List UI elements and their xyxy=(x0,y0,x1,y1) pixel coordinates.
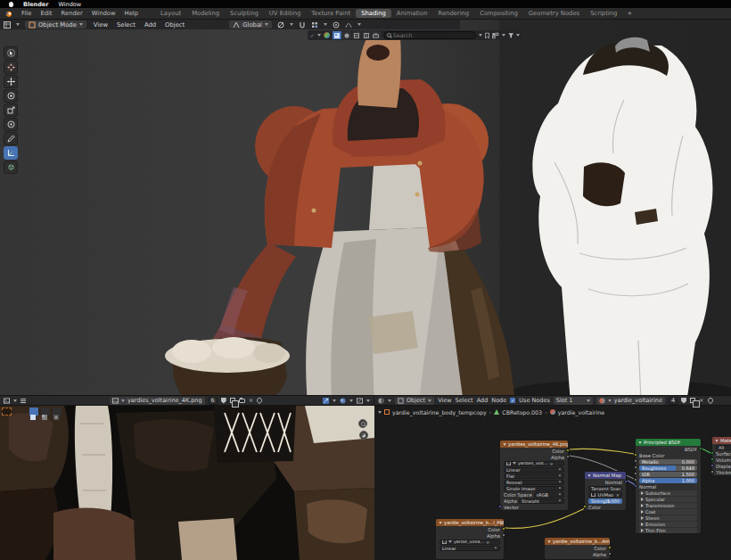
menu-window[interactable]: Window xyxy=(87,10,120,17)
socket-color-in[interactable] xyxy=(583,505,587,508)
use-nodes-checkbox[interactable]: ✓ xyxy=(510,398,515,403)
material-datablock-selector[interactable]: yardie_voltairine xyxy=(596,397,665,405)
pin-image-icon[interactable] xyxy=(256,397,263,404)
interpolation-select[interactable]: Linear xyxy=(504,467,564,473)
menu-help[interactable]: Help xyxy=(120,10,144,17)
menu-edit[interactable]: Edit xyxy=(36,10,56,17)
shader-menu-node[interactable]: Node xyxy=(491,397,506,404)
tab-scripting[interactable]: Scripting xyxy=(585,9,622,18)
image-datablock-selector[interactable]: yardies_voltairine_4K.png xyxy=(110,397,205,405)
display-mode-icon[interactable] xyxy=(492,32,498,39)
editor-type-icon[interactable] xyxy=(4,21,11,29)
tool-rotate[interactable] xyxy=(4,89,18,103)
node-material-output[interactable]: Materia All Surface Volume Displacement … xyxy=(711,436,731,476)
node-header[interactable]: yardie_voltairine_b...Ambient Occlusion xyxy=(545,538,610,545)
blender-logo-icon[interactable] xyxy=(4,10,12,18)
new-image-icon[interactable] xyxy=(230,398,235,403)
node-collapse-chevron[interactable] xyxy=(587,474,590,476)
socket-bsdf-out[interactable] xyxy=(699,447,702,450)
shader-menu-view[interactable]: View xyxy=(438,397,451,404)
tool-scale[interactable] xyxy=(4,103,18,117)
collapsed-menus-button[interactable] xyxy=(21,399,26,403)
pivot-chevron[interactable] xyxy=(290,23,293,26)
roughness-slider[interactable]: Roughness0.649 xyxy=(639,465,697,471)
source-select[interactable]: Single Image xyxy=(504,486,564,491)
zoom-gizmo[interactable] xyxy=(358,419,367,428)
socket-alpha-in[interactable] xyxy=(634,478,637,482)
socket-surface-in[interactable] xyxy=(710,451,714,455)
node-collapse-chevron[interactable] xyxy=(439,522,441,523)
uv-sync-icon[interactable] xyxy=(323,398,329,404)
shading-b-toggle[interactable] xyxy=(362,31,371,39)
ior-slider[interactable]: IOR1.500 xyxy=(639,472,697,477)
image-editor-type-icon[interactable] xyxy=(4,398,10,404)
node-header[interactable]: Normal Map xyxy=(585,472,626,479)
display-channel-chevron[interactable] xyxy=(349,399,353,402)
tab-modeling[interactable]: Modeling xyxy=(186,9,225,18)
viewport-menu-select[interactable]: Select xyxy=(115,21,137,29)
tab-layout[interactable]: Layout xyxy=(155,9,186,18)
tab-sculpting[interactable]: Sculpting xyxy=(225,9,264,18)
node-header[interactable]: Principled BSDF xyxy=(636,439,701,446)
space-select[interactable]: Tangent Space xyxy=(588,486,622,491)
falloff-chevron[interactable] xyxy=(357,23,361,26)
node-principled-bsdf[interactable]: Principled BSDF BSDF Base Color Metallic… xyxy=(635,438,702,534)
interpolation-select[interactable]: Linear xyxy=(439,546,500,551)
open-image-icon[interactable] xyxy=(239,399,245,403)
socket-alpha-out[interactable] xyxy=(566,455,570,458)
shader-editor-type-chevron[interactable] xyxy=(388,399,391,402)
socket-ior-in[interactable] xyxy=(634,472,637,475)
new-material-icon[interactable] xyxy=(690,398,695,403)
node-header[interactable]: Materia xyxy=(712,437,731,444)
node-collapse-chevron[interactable] xyxy=(715,440,718,441)
uv-sync-chevron[interactable] xyxy=(333,399,336,402)
projection-select[interactable]: Flat xyxy=(504,474,564,479)
check-chevron[interactable] xyxy=(317,34,321,37)
display-channel-icon[interactable] xyxy=(340,398,346,404)
viewport-menu-add[interactable]: Add xyxy=(143,21,158,29)
node-image-texture-ao[interactable]: yardie_voltairine_b...Ambient Occlusion … xyxy=(544,537,611,560)
printer-output-toggle[interactable] xyxy=(372,31,381,39)
texture-slot-thumbnail[interactable] xyxy=(2,408,12,416)
socket-alpha-out[interactable] xyxy=(502,533,505,537)
node-collapse-chevron[interactable] xyxy=(547,540,550,542)
view-mode-toggle[interactable] xyxy=(29,408,38,416)
options-chevron[interactable] xyxy=(479,34,482,37)
node-image-texture-4k[interactable]: yardies_voltairine_4K.png Color Alpha ya… xyxy=(499,440,569,511)
tool-annotate[interactable] xyxy=(4,132,18,145)
breadcrumb-chevron[interactable] xyxy=(378,411,382,414)
node-header[interactable]: yardie_voltairine_b...l_PBR Stick_Normal xyxy=(436,519,504,526)
add-workspace-button[interactable]: + xyxy=(622,10,637,17)
search-input[interactable] xyxy=(393,32,473,38)
node-collapse-chevron[interactable] xyxy=(503,443,505,445)
use-nodes-label[interactable]: Use Nodes xyxy=(519,397,550,404)
shader-editor-type-icon[interactable] xyxy=(378,398,384,404)
app-menu[interactable]: Blender xyxy=(23,1,49,8)
socket-metallic-in[interactable] xyxy=(634,459,637,463)
transform-orientation-select[interactable]: Global xyxy=(229,21,272,29)
viewport-menu-object[interactable]: Object xyxy=(163,21,186,29)
socket-roughness-in[interactable] xyxy=(634,465,637,469)
check-toggle[interactable]: ✓ xyxy=(310,33,315,38)
material-users-count[interactable]: 4 xyxy=(669,397,678,405)
unlink-icon[interactable]: × xyxy=(549,461,553,466)
image-users-count[interactable]: 6 xyxy=(209,397,218,405)
metallic-slider[interactable]: Metallic0.000 xyxy=(639,459,697,465)
tab-geometry-nodes[interactable]: Geometry Nodes xyxy=(523,9,585,18)
mode-select[interactable]: Object Mode xyxy=(25,21,86,29)
tool-tweak-select[interactable] xyxy=(4,46,18,60)
strength-slider[interactable]: Strength1.000 xyxy=(588,498,622,504)
image-pin-chevron[interactable] xyxy=(366,399,370,402)
shader-menu-select[interactable]: Select xyxy=(456,397,473,404)
target-select[interactable]: All xyxy=(716,445,731,450)
menu-file[interactable]: File xyxy=(17,10,36,17)
3d-viewport[interactable] xyxy=(0,20,731,395)
material-ball-icon[interactable] xyxy=(324,31,330,39)
tab-uv-editing[interactable]: UV Editing xyxy=(264,9,306,18)
tab-animation[interactable]: Animation xyxy=(391,9,433,18)
breadcrumb-mesh[interactable]: CBRetopo.003 xyxy=(502,409,542,416)
snap-mode-icon[interactable] xyxy=(311,21,318,29)
breadcrumb-object[interactable]: yardie_voltairine_body_tempcopy xyxy=(392,409,487,416)
tool-measure[interactable] xyxy=(4,146,18,160)
tab-rendering[interactable]: Rendering xyxy=(432,9,474,18)
